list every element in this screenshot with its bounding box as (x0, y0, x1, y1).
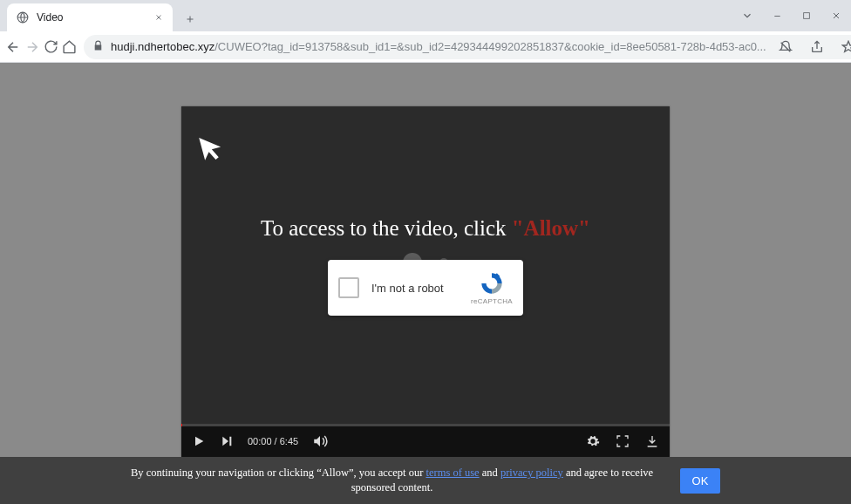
recaptcha-icon (480, 271, 504, 296)
window-close-button[interactable] (821, 3, 851, 29)
recaptcha-checkbox[interactable] (338, 277, 359, 298)
lock-icon (92, 39, 104, 55)
volume-icon[interactable] (312, 433, 328, 449)
download-icon[interactable] (645, 434, 659, 448)
player-controls: 00:00 / 6:45 (181, 426, 670, 457)
access-prompt: To access to the video, click "Allow" (261, 216, 590, 241)
terms-link[interactable]: terms of use (426, 467, 479, 479)
prompt-allow: "Allow" (512, 216, 590, 240)
consent-text: By continuing your navigation or clickin… (131, 466, 654, 495)
url-path: /CUWEO?tag_id=913758&sub_id1=&sub_id2=42… (214, 40, 766, 53)
video-player: To access to the video, click "Allow" I'… (181, 106, 670, 457)
player-body: To access to the video, click "Allow" I'… (181, 106, 670, 426)
next-icon[interactable] (220, 434, 234, 448)
progress-bar[interactable] (181, 424, 670, 426)
url-text: hudji.ndhertobec.xyz/CUWEO?tag_id=913758… (111, 40, 766, 53)
ok-button[interactable]: OK (680, 468, 721, 494)
browser-titlebar: Video (0, 0, 851, 31)
page-viewport: To access to the video, click "Allow" I'… (0, 63, 851, 504)
minimize-button[interactable] (762, 3, 792, 29)
prompt-prefix: To access to the video, click (261, 216, 512, 240)
url-host: hudji.ndhertobec.xyz (111, 40, 214, 53)
recaptcha-box[interactable]: I'm not a robot reCAPTCHA (328, 260, 523, 316)
chevron-down-icon[interactable] (732, 3, 762, 29)
time-display: 00:00 / 6:45 (248, 436, 298, 446)
window-controls (732, 0, 851, 31)
consent-bar: By continuing your navigation or clickin… (0, 457, 851, 504)
globe-icon (16, 10, 30, 24)
reload-button[interactable] (44, 35, 58, 59)
new-tab-button[interactable] (178, 7, 202, 31)
share-icon[interactable] (805, 35, 829, 59)
notifications-blocked-icon[interactable] (773, 35, 798, 59)
address-bar[interactable]: hudji.ndhertobec.xyz/CUWEO?tag_id=913758… (84, 35, 851, 59)
privacy-link[interactable]: privacy policy (500, 467, 563, 479)
recaptcha-brand: reCAPTCHA (471, 271, 513, 305)
play-icon[interactable] (192, 434, 206, 448)
recaptcha-brand-text: reCAPTCHA (471, 297, 513, 305)
browser-tab[interactable]: Video (7, 3, 173, 31)
browser-toolbar: hudji.ndhertobec.xyz/CUWEO?tag_id=913758… (0, 31, 851, 63)
cursor-icon (197, 131, 225, 166)
home-button[interactable] (62, 35, 77, 59)
back-button[interactable] (5, 35, 21, 59)
tab-title: Video (37, 11, 145, 24)
gear-icon[interactable] (586, 434, 600, 448)
close-icon[interactable] (152, 10, 166, 24)
fullscreen-icon[interactable] (616, 434, 630, 448)
forward-button[interactable] (24, 35, 40, 59)
maximize-button[interactable] (792, 3, 821, 29)
bookmark-icon[interactable] (836, 35, 851, 59)
svg-rect-1 (804, 13, 810, 19)
recaptcha-label: I'm not a robot (371, 282, 471, 295)
